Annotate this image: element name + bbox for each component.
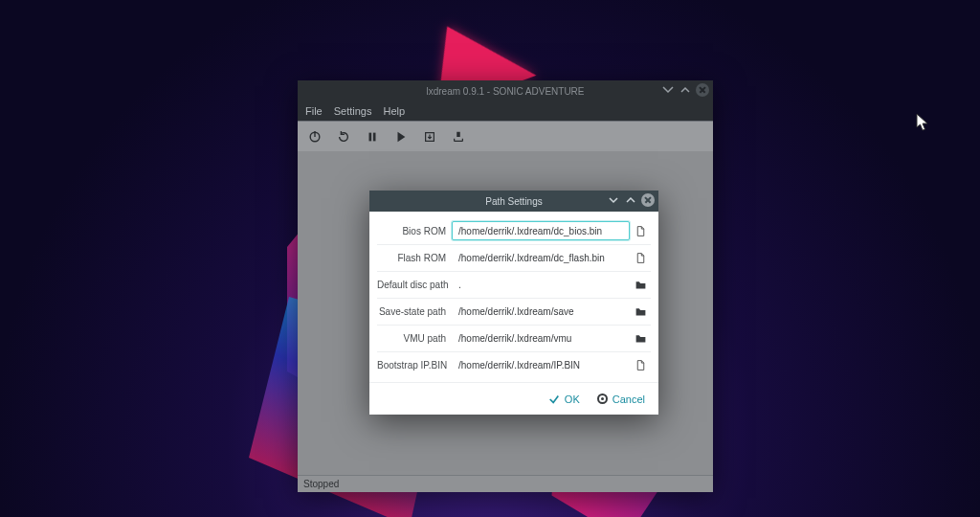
close-icon[interactable]: [696, 83, 709, 97]
path-row-label: Bios ROM: [377, 226, 452, 236]
cancel-button-label: Cancel: [612, 393, 645, 405]
cursor-icon: [916, 113, 929, 132]
svg-rect-6: [457, 131, 460, 136]
file-picker-icon[interactable]: [630, 356, 651, 375]
reset-icon[interactable]: [336, 129, 351, 145]
svg-marker-4: [398, 131, 406, 142]
path-row-label: VMU path: [377, 333, 452, 344]
path-row-label: Default disc path: [377, 280, 452, 290]
menu-file[interactable]: File: [305, 105, 323, 117]
path-row-label: Save-state path: [377, 306, 452, 317]
menu-settings[interactable]: Settings: [334, 105, 372, 117]
menu-bar: File Settings Help: [298, 101, 713, 121]
ok-button-label: OK: [565, 393, 580, 405]
folder-picker-icon[interactable]: [630, 329, 651, 348]
path-row-input[interactable]: /home/derrik/.lxdream/save: [452, 303, 630, 322]
path-settings-dialog: Path Settings Bios ROM/home/derrik/.lxdr…: [369, 191, 658, 415]
play-icon[interactable]: [393, 129, 409, 145]
cancel-icon: [597, 393, 608, 404]
power-icon[interactable]: [307, 129, 323, 145]
path-row: Save-state path/home/derrik/.lxdream/sav…: [377, 298, 651, 325]
path-row: Flash ROM/home/derrik/.lxdream/dc_flash.…: [377, 244, 651, 271]
path-row-input[interactable]: /home/derrik/.lxdream/IP.BIN: [452, 356, 630, 375]
svg-rect-3: [373, 132, 376, 141]
ok-button[interactable]: OK: [548, 393, 580, 405]
minimize-icon[interactable]: [661, 83, 675, 97]
dialog-titlebar[interactable]: Path Settings: [369, 191, 658, 212]
file-picker-icon[interactable]: [630, 221, 651, 240]
dialog-close-icon[interactable]: [641, 193, 655, 207]
path-row: Bootstrap IP.BIN/home/derrik/.lxdream/IP…: [377, 351, 651, 378]
path-row-input[interactable]: /home/derrik/.lxdream/vmu: [452, 329, 630, 348]
menu-help[interactable]: Help: [383, 105, 405, 117]
pause-icon[interactable]: [365, 129, 380, 145]
path-row: Bios ROM/home/derrik/.lxdream/dc_bios.bi…: [377, 217, 651, 244]
path-row-label: Flash ROM: [377, 253, 452, 263]
path-row-input[interactable]: /home/derrik/.lxdream/dc_bios.bin: [452, 221, 630, 240]
svg-rect-2: [369, 132, 372, 141]
path-row: Default disc path.: [377, 271, 651, 298]
dialog-expand-icon[interactable]: [624, 193, 637, 207]
status-bar: Stopped: [298, 475, 713, 492]
dialog-body: Bios ROM/home/derrik/.lxdream/dc_bios.bi…: [369, 212, 658, 382]
maximize-icon[interactable]: [679, 83, 692, 97]
file-picker-icon[interactable]: [630, 249, 651, 268]
dialog-collapse-icon[interactable]: [607, 193, 620, 207]
folder-picker-icon[interactable]: [630, 303, 651, 322]
status-text: Stopped: [303, 479, 339, 489]
path-row: VMU path/home/derrik/.lxdream/vmu: [377, 325, 651, 351]
dialog-button-bar: OK Cancel: [369, 382, 658, 415]
path-row-input[interactable]: .: [452, 276, 630, 295]
main-titlebar[interactable]: lxdream 0.9.1 - SONIC ADVENTURE: [298, 80, 713, 101]
toolbar: [298, 121, 713, 151]
cancel-button[interactable]: Cancel: [597, 393, 645, 405]
save-state-icon[interactable]: [451, 129, 466, 145]
window-title: lxdream 0.9.1 - SONIC ADVENTURE: [298, 86, 713, 97]
path-row-label: Bootstrap IP.BIN: [377, 360, 452, 371]
folder-picker-icon[interactable]: [630, 276, 651, 295]
path-row-input[interactable]: /home/derrik/.lxdream/dc_flash.bin: [452, 249, 630, 268]
load-state-icon[interactable]: [422, 129, 437, 145]
svg-marker-7: [917, 114, 927, 130]
